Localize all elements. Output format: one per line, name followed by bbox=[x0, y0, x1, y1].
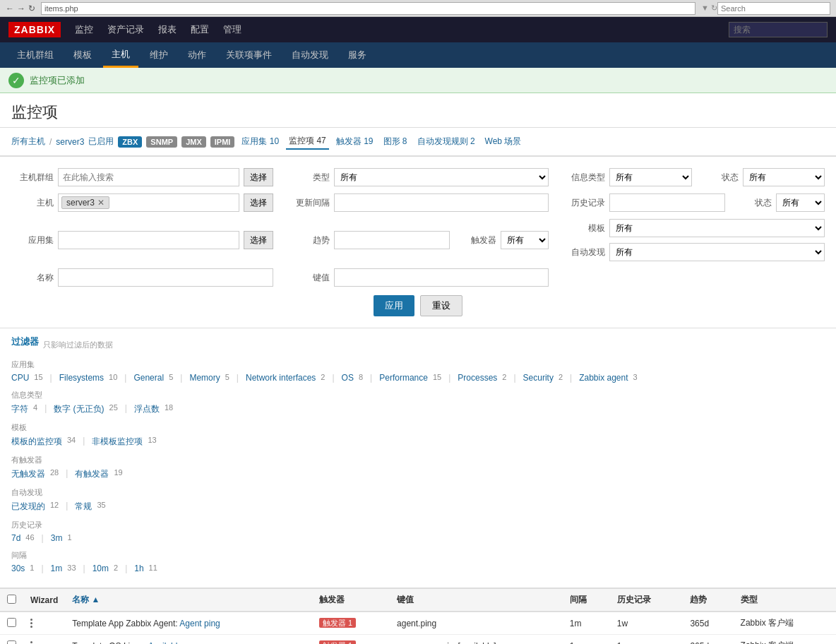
nav-config[interactable]: 配置 bbox=[191, 23, 209, 36]
th-name[interactable]: 名称 ▲ bbox=[65, 589, 312, 612]
filter-key-input[interactable] bbox=[334, 268, 549, 287]
subnav-templates[interactable]: 模板 bbox=[65, 42, 100, 68]
filter-trend-input[interactable] bbox=[334, 231, 450, 249]
filter-host-select-btn[interactable]: 选择 bbox=[244, 193, 273, 212]
header-search[interactable] bbox=[729, 22, 828, 37]
url-bar[interactable] bbox=[41, 2, 695, 15]
discovery-chips: 已发现的12 | 常规35 bbox=[11, 501, 825, 513]
row2-name-link[interactable]: Available memory bbox=[148, 641, 215, 645]
filter-state-select[interactable]: 所有 bbox=[776, 193, 825, 212]
badge-snmp[interactable]: SNMP bbox=[146, 136, 177, 148]
table-row: Template App Zabbix Agent: Agent ping 触发… bbox=[0, 612, 836, 635]
chip-template-items[interactable]: 模板的监控项 bbox=[11, 436, 62, 448]
nav-admin[interactable]: 管理 bbox=[223, 23, 241, 36]
breadcrumb-enabled[interactable]: 已启用 bbox=[88, 136, 114, 148]
filter-section-triggers-label: 有触发器 bbox=[11, 455, 825, 465]
check-icon: ✓ bbox=[8, 73, 24, 88]
tab-items[interactable]: 监控项 47 bbox=[286, 133, 329, 150]
chip-numeric[interactable]: 数字 (无正负) bbox=[54, 403, 104, 415]
reload-icon[interactable]: ↻ bbox=[28, 4, 35, 13]
chip-7d[interactable]: 7d bbox=[11, 533, 20, 543]
chip-processes[interactable]: Processes bbox=[458, 373, 497, 383]
tab-appset[interactable]: 应用集 10 bbox=[239, 134, 282, 149]
filter-template-select[interactable]: 所有 bbox=[609, 219, 825, 237]
chip-general[interactable]: General bbox=[133, 373, 164, 383]
filter-status-select[interactable]: 所有 bbox=[743, 168, 825, 186]
infotype-chips: 字符4 | 数字 (无正负)25 | 浮点数18 bbox=[11, 403, 825, 415]
filter-hostgroup-input[interactable] bbox=[58, 168, 239, 186]
filter-type-select[interactable]: 所有 bbox=[334, 168, 549, 186]
filter-apply-btn[interactable]: 应用 bbox=[374, 295, 414, 316]
filter-name-input[interactable] bbox=[58, 268, 273, 287]
filter-reset-btn[interactable]: 重设 bbox=[420, 295, 462, 316]
row1-checkbox-cell bbox=[0, 612, 23, 635]
filter-infotype-select[interactable]: 所有 bbox=[609, 168, 691, 186]
badge-zbx[interactable]: ZBX bbox=[118, 136, 142, 148]
filter-hostgroup-select-btn[interactable]: 选择 bbox=[244, 168, 273, 186]
chip-security[interactable]: Security bbox=[523, 373, 554, 383]
host-tag-remove[interactable]: ✕ bbox=[97, 198, 104, 208]
tab-triggers[interactable]: 触发器 19 bbox=[333, 134, 376, 149]
subnav-services[interactable]: 服务 bbox=[340, 42, 375, 68]
forward-icon[interactable]: → bbox=[17, 4, 25, 13]
row2-checkbox[interactable] bbox=[7, 640, 16, 645]
row1-trigger-badge[interactable]: 触发器 1 bbox=[319, 618, 356, 628]
badge-ipmi[interactable]: IPMI bbox=[210, 136, 235, 148]
nav-reports[interactable]: 报表 bbox=[158, 23, 177, 36]
chip-1h[interactable]: 1h bbox=[134, 564, 143, 573]
chip-zabbixagent[interactable]: Zabbix agent bbox=[579, 373, 628, 383]
chip-regular[interactable]: 常规 bbox=[75, 501, 92, 513]
chip-network[interactable]: Network interfaces bbox=[246, 373, 316, 383]
row1-name-link[interactable]: Agent ping bbox=[179, 619, 220, 628]
chip-float[interactable]: 浮点数 bbox=[134, 403, 160, 415]
browser-search[interactable] bbox=[717, 2, 830, 15]
chip-no-trigger[interactable]: 无触发器 bbox=[11, 468, 45, 480]
back-icon[interactable]: ← bbox=[6, 4, 14, 13]
subnav-hostgroups[interactable]: 主机群组 bbox=[8, 42, 62, 68]
subnav-correlation[interactable]: 关联项事件 bbox=[217, 42, 280, 68]
chip-os[interactable]: OS bbox=[342, 373, 354, 383]
chip-30s[interactable]: 30s bbox=[11, 564, 25, 573]
row1-checkbox[interactable] bbox=[7, 618, 16, 627]
row2-trigger-badge[interactable]: 触发器 1 bbox=[319, 640, 356, 644]
filter-appset-input[interactable] bbox=[58, 231, 239, 249]
row1-interval: 1m bbox=[563, 612, 610, 635]
th-name-sort[interactable]: 名称 ▲ bbox=[72, 595, 100, 604]
subnav-maintenance[interactable]: 维护 bbox=[141, 42, 177, 68]
nav-monitor[interactable]: 监控 bbox=[75, 23, 93, 36]
chip-discovered[interactable]: 已发现的 bbox=[11, 501, 45, 513]
chip-memory[interactable]: Memory bbox=[189, 373, 220, 383]
browser-nav[interactable]: ← → ↻ bbox=[6, 4, 35, 13]
tab-web[interactable]: Web 场景 bbox=[482, 134, 525, 149]
filter-trigger-select[interactable]: 所有 bbox=[501, 231, 549, 249]
breadcrumb-sep1: / bbox=[49, 137, 52, 147]
chip-non-template[interactable]: 非模板监控项 bbox=[92, 436, 143, 448]
filter-host-label: 主机 bbox=[11, 197, 54, 209]
chip-has-trigger[interactable]: 有触发器 bbox=[75, 468, 109, 480]
filter-interval-input[interactable] bbox=[334, 193, 549, 212]
badge-jmx[interactable]: JMX bbox=[181, 136, 206, 148]
tab-graphs[interactable]: 图形 8 bbox=[381, 134, 410, 149]
tab-discovery[interactable]: 自动发现规则 2 bbox=[414, 134, 478, 149]
filter-autodiscovery-select[interactable]: 所有 bbox=[609, 243, 825, 261]
subnav-actions[interactable]: 动作 bbox=[179, 42, 215, 68]
breadcrumb-server3[interactable]: server3 bbox=[56, 137, 84, 147]
filter-history-input[interactable] bbox=[609, 193, 725, 212]
breadcrumb-all-hosts[interactable]: 所有主机 bbox=[11, 136, 45, 148]
chip-char[interactable]: 字符 bbox=[11, 403, 28, 415]
subnav-discovery[interactable]: 自动发现 bbox=[283, 42, 337, 68]
row1-dots-menu[interactable] bbox=[30, 619, 58, 628]
row2-dots-menu[interactable] bbox=[30, 641, 58, 644]
chip-1m[interactable]: 1m bbox=[51, 564, 63, 573]
subnav-hosts[interactable]: 主机 bbox=[103, 42, 138, 68]
chip-10m[interactable]: 10m bbox=[92, 564, 109, 573]
chip-cpu[interactable]: CPU bbox=[11, 373, 29, 383]
notification-message: 监控项已添加 bbox=[30, 74, 85, 87]
chip-performance[interactable]: Performance bbox=[379, 373, 428, 383]
chip-3m[interactable]: 3m bbox=[51, 533, 63, 543]
select-all-checkbox[interactable] bbox=[7, 595, 16, 604]
chip-filesystems[interactable]: Filesystems bbox=[59, 373, 104, 383]
history-chips: 7d46 | 3m1 bbox=[11, 533, 825, 543]
filter-appset-select-btn[interactable]: 选择 bbox=[244, 231, 273, 249]
nav-assets[interactable]: 资产记录 bbox=[107, 23, 144, 36]
